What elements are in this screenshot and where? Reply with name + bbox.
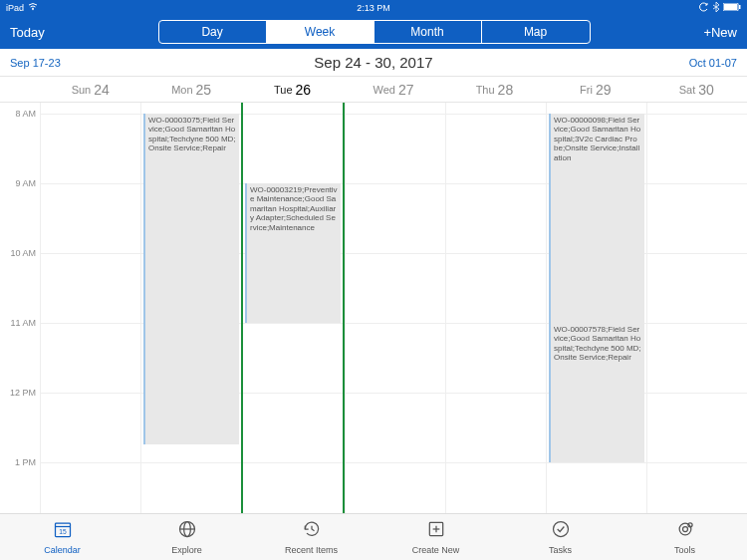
svg-point-13 (553, 522, 568, 537)
sync-icon (699, 2, 709, 14)
tab-calendar[interactable]: 15Calendar (0, 514, 124, 560)
tab-recent-items[interactable]: Recent Items (249, 514, 374, 560)
device-label: iPad (6, 3, 24, 13)
new-button[interactable]: +New (703, 25, 737, 40)
calendar-event[interactable]: WO-00000098;Field Service;Good Samaritan… (549, 114, 644, 323)
day-header[interactable]: Sun 24 (40, 77, 140, 102)
hour-label: 9 AM (15, 178, 36, 188)
svg-point-0 (32, 8, 34, 10)
calendar-icon: 15 (53, 519, 73, 543)
prev-week-link[interactable]: Sep 17-23 (10, 57, 61, 69)
segment-month[interactable]: Month (374, 21, 482, 43)
view-segmented-control: DayWeekMonthMap (158, 20, 591, 44)
svg-point-15 (679, 523, 691, 535)
day-column[interactable] (445, 103, 546, 513)
tab-label: Explore (171, 545, 202, 555)
svg-point-14 (682, 527, 687, 532)
hour-label: 12 PM (10, 388, 36, 398)
wifi-icon (28, 3, 38, 13)
segment-map[interactable]: Map (482, 21, 590, 43)
day-column[interactable]: WO-00003075;Field Service;Good Samaritan… (140, 103, 241, 513)
day-header[interactable]: Mon 25 (140, 77, 241, 102)
tab-label: Tasks (549, 545, 572, 555)
globe-icon (177, 519, 197, 543)
svg-rect-2 (724, 4, 737, 10)
recent-icon (302, 519, 322, 543)
svg-rect-3 (739, 5, 741, 9)
bottom-tab-bar: 15CalendarExploreRecent ItemsCreate NewT… (0, 513, 747, 560)
date-range-title: Sep 24 - 30, 2017 (314, 54, 432, 71)
bluetooth-icon (713, 2, 719, 14)
gear-icon (675, 519, 695, 543)
day-header[interactable]: Tue 26 (242, 77, 343, 102)
calendar-event[interactable]: WO-00003075;Field Service;Good Samaritan… (143, 114, 239, 445)
day-column[interactable]: WO-00000098;Field Service;Good Samaritan… (546, 103, 646, 513)
battery-icon (723, 3, 741, 13)
segment-week[interactable]: Week (267, 21, 374, 43)
app-header: Today DayWeekMonthMap +New (0, 15, 747, 49)
day-header[interactable]: Wed 27 (343, 77, 443, 102)
day-column[interactable]: WO-00003219;Preventive Maintenance;Good … (241, 103, 345, 513)
calendar-event[interactable]: WO-00003219;Preventive Maintenance;Good … (245, 183, 341, 323)
clock: 2:13 PM (357, 3, 390, 13)
check-icon (551, 519, 571, 543)
svg-text:15: 15 (59, 528, 67, 535)
week-grid: 8 AM9 AM10 AM11 AM12 PM1 PMWO-00003075;F… (0, 103, 747, 513)
day-header[interactable]: Thu 28 (444, 77, 545, 102)
day-column[interactable] (646, 103, 747, 513)
status-bar: iPad 2:13 PM (0, 0, 747, 15)
segment-day[interactable]: Day (159, 21, 267, 43)
day-column[interactable] (40, 103, 140, 513)
plus-box-icon (426, 519, 446, 543)
tab-label: Calendar (44, 545, 81, 555)
day-header[interactable]: Sat 30 (646, 77, 747, 102)
hour-label: 1 PM (15, 457, 36, 467)
tab-label: Create New (412, 545, 460, 555)
hour-label: 11 AM (10, 318, 36, 328)
tab-label: Tools (674, 545, 695, 555)
calendar-event[interactable]: WO-00007578;Field Service;Good Samaritan… (549, 323, 644, 462)
day-header-row: Sun 24Mon 25Tue 26Wed 27Thu 28Fri 29Sat … (0, 77, 747, 103)
hour-label: 8 AM (15, 109, 36, 119)
next-week-link[interactable]: Oct 01-07 (689, 57, 737, 69)
tab-explore[interactable]: Explore (124, 514, 249, 560)
date-range-bar: Sep 17-23 Sep 24 - 30, 2017 Oct 01-07 (0, 49, 747, 77)
tab-tools[interactable]: Tools (622, 514, 747, 560)
day-column[interactable] (345, 103, 445, 513)
tab-label: Recent Items (285, 545, 338, 555)
day-header[interactable]: Fri 29 (545, 77, 645, 102)
tab-create-new[interactable]: Create New (374, 514, 498, 560)
today-button[interactable]: Today (10, 25, 45, 40)
tab-tasks[interactable]: Tasks (498, 514, 622, 560)
hour-label: 10 AM (10, 248, 36, 258)
